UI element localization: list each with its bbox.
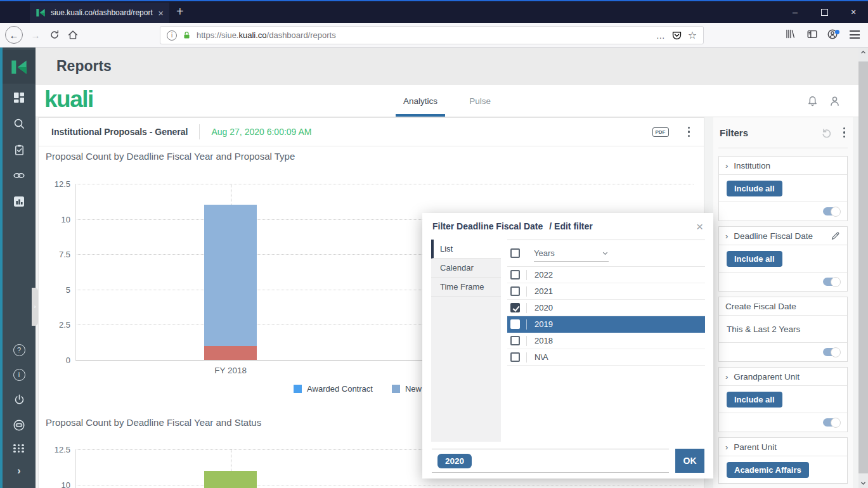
checkbox-2018[interactable] [510,336,520,345]
bookmark-star-icon[interactable]: ☆ [688,30,697,41]
toggle-switch[interactable] [823,207,839,215]
selected-values-input[interactable]: 2020 [432,449,669,473]
back-button[interactable]: ← [5,26,23,44]
filter-option-n-a[interactable]: N\A [507,349,705,366]
filter-toggle-row [719,273,847,291]
tasks-clipboard-icon[interactable] [13,143,25,156]
bar-chart-icon[interactable] [13,195,25,208]
filter-option-2022[interactable]: 2022 [507,267,705,283]
filter-value-chip[interactable]: Academic Affairs [727,462,809,478]
reset-filters-icon[interactable] [820,127,832,139]
pdf-export-button[interactable]: PDF [652,127,669,137]
page-header: Reports [36,48,858,85]
scroll-up-icon[interactable] [858,48,868,57]
browser-titlebar: siue.kuali.co/dashboard/report × + – × [0,0,868,23]
checkbox-2019[interactable] [510,319,520,329]
url-bar[interactable]: i https://siue.kuali.co/dashboard/report… [160,26,704,44]
filter-option-2019[interactable]: 2019 [507,316,705,333]
link-icon[interactable] [13,169,25,182]
tab-pulse[interactable]: Pulse [467,85,493,117]
filter-section-header-create-fiscal-date[interactable]: Create Fiscal Date [719,297,847,316]
selected-year-chip[interactable]: 2020 [437,454,472,468]
reload-button[interactable] [49,29,60,43]
chevron-right-icon: › [725,372,728,382]
filter-section-body-institution: Include all [719,175,847,202]
option-label: 2019 [534,319,553,329]
https-lock-icon[interactable] [183,31,191,39]
apps-grid-icon[interactable] [13,444,25,453]
dashboard-icon[interactable] [13,91,25,104]
filter-value-chip[interactable]: Include all [727,251,782,267]
minimize-button[interactable]: – [781,1,810,23]
sidebars-icon[interactable] [806,29,818,42]
checkbox-2020[interactable] [510,303,520,312]
notifications-bell-icon[interactable] [806,95,819,107]
option-label: 2018 [534,336,553,345]
menu-hamburger-icon[interactable] [850,29,860,39]
tab-close-icon[interactable]: × [158,8,164,18]
page-actions-icon[interactable]: … [656,30,666,41]
page-info-icon[interactable]: i [167,30,177,41]
scroll-down-icon[interactable] [858,478,868,488]
filter-option-2021[interactable]: 2021 [507,283,705,300]
toggle-switch[interactable] [823,348,839,356]
filter-value-chip[interactable]: Include all [727,181,782,196]
checkbox-n-a[interactable] [510,352,520,362]
chevron-down-icon [602,250,609,257]
close-button[interactable]: × [839,1,868,23]
toggle-switch[interactable] [823,278,839,286]
modal-close-icon[interactable]: × [696,221,703,233]
tab-analytics[interactable]: Analytics [401,85,440,117]
modal-tab-calendar[interactable]: Calendar [431,259,501,278]
filter-option-2018[interactable]: 2018 [507,333,705,349]
modal-tab-list[interactable]: List [431,240,501,259]
filters-title: Filters [720,127,748,138]
bot-icon[interactable] [13,419,25,432]
checkbox-2022[interactable] [510,270,520,279]
bar-segment [204,471,257,488]
maximize-button[interactable] [810,1,839,23]
report-title: Institutional Proposals - General [51,127,188,137]
user-profile-icon[interactable] [829,95,841,107]
forward-button[interactable]: → [28,26,43,44]
filter-section-header-parent-unit[interactable]: ›Parent Unit [719,438,847,456]
y-tick-label: 12.5 [41,179,70,189]
legend-item-awarded-contract[interactable]: Awarded Contract [294,384,373,394]
filter-section-header-deadline-fiscal-date[interactable]: ›Deadline Fiscal Date [719,227,847,245]
page-scrollbar[interactable] [858,48,868,488]
modal-footer: 2020 OK [432,449,704,473]
years-dropdown[interactable]: Years [534,245,609,262]
filter-section-header-institution[interactable]: ›Institution [719,157,847,175]
home-button[interactable] [67,29,79,43]
info-icon[interactable]: i [13,369,25,381]
report-kebab-menu-icon[interactable] [687,125,692,139]
expand-sidebar-icon[interactable]: › [17,465,20,477]
checkbox-2021[interactable] [510,286,520,296]
ok-button[interactable]: OK [675,449,704,473]
library-icon[interactable] [785,29,796,42]
modal-tab-time-frame[interactable]: Time Frame [431,278,501,297]
toggle-knob [831,207,841,217]
filter-card-deadline-fiscal-date: ›Deadline Fiscal DateInclude all [718,226,848,292]
filters-kebab-menu-icon[interactable] [842,126,847,139]
toggle-switch[interactable] [823,418,839,427]
help-icon[interactable]: ? [13,344,25,356]
power-logout-icon[interactable] [13,394,25,406]
search-icon[interactable] [13,117,25,130]
account-icon[interactable] [827,31,838,42]
drawer-expand-handle[interactable]: › [32,288,38,326]
years-select-all-checkbox[interactable] [510,248,520,258]
filter-option-2020[interactable]: 2020 [507,300,705,316]
modal-header: Filter Deadline Fiscal Date / Edit filte… [422,213,713,240]
legend-label: New [405,384,422,394]
scrollbar-thumb[interactable] [858,61,868,473]
kuali-logo-tile[interactable] [3,50,36,84]
new-tab-button[interactable]: + [176,3,184,20]
legend-item-new[interactable]: New [392,384,422,394]
edit-pencil-icon[interactable] [830,231,841,241]
pocket-icon[interactable] [671,30,682,41]
browser-tab[interactable]: siue.kuali.co/dashboard/report × [30,3,169,23]
filter-section-header-grandparent-unit[interactable]: ›Grandparent Unit [719,368,847,386]
option-label: 2022 [534,270,553,279]
filter-value-chip[interactable]: Include all [727,392,782,408]
